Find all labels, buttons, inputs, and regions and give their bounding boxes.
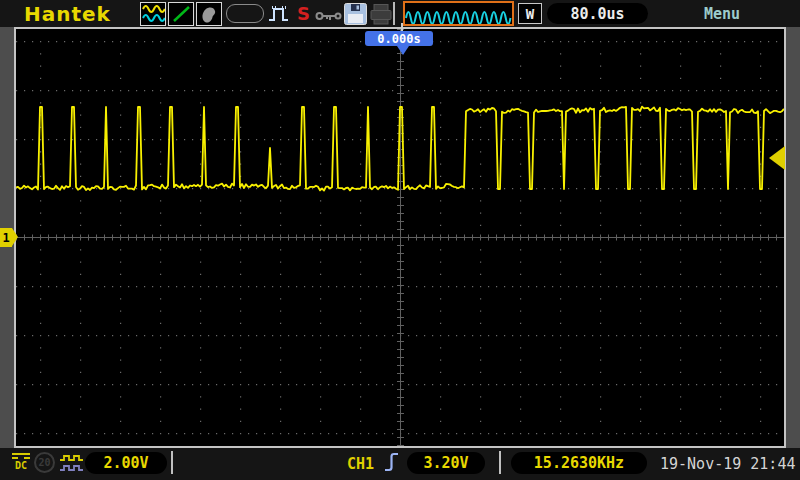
print-icon [369, 3, 393, 29]
save-floppy-icon [343, 2, 368, 30]
ch1-scale-readout: 2.00V [85, 452, 167, 474]
channels-icon [140, 2, 166, 26]
s-indicator: S [297, 3, 310, 24]
coupling-label: DC [15, 460, 27, 471]
trigger-waveform-icon [403, 1, 514, 26]
w-mode-icon: W [518, 3, 542, 24]
invert-icon [59, 454, 84, 476]
bottombar-divider-2 [499, 451, 501, 474]
menu-button[interactable]: Menu [704, 5, 740, 23]
timebase-readout: 80.0us [547, 3, 648, 24]
coupling-dc-icon: DC [11, 453, 31, 471]
right-margin [785, 27, 800, 448]
channel1-ground-marker-tip [12, 228, 18, 246]
oscilloscope-screen: { "brand": "Hantek", "topbar": { "s_labe… [0, 0, 800, 480]
bottombar-divider-1 [171, 451, 173, 474]
trigger-level-arrow[interactable] [769, 146, 785, 170]
graticule-center-lines [16, 29, 784, 446]
key-lock-icon [315, 8, 343, 27]
slope-icon [168, 2, 194, 26]
waveform-display [16, 29, 784, 446]
trigger-level-readout: 3.20V [407, 452, 485, 474]
topbar-divider [393, 2, 395, 25]
bandwidth-limit-icon: 20 [34, 452, 55, 473]
trigger-slope-icon [384, 449, 400, 479]
pulse-width-icon [267, 4, 295, 28]
channel1-ground-marker[interactable]: 1 [0, 228, 12, 247]
bandwidth-label: 20 [38, 457, 50, 468]
trigger-position-marker[interactable]: 0.000s [365, 31, 433, 46]
frequency-readout: 15.2630KHz [511, 452, 647, 474]
brand-logo: Hantek [24, 2, 111, 26]
hand-icon [196, 2, 222, 26]
trigger-position-pointer [397, 46, 409, 55]
trigger-source-label: CH1 [347, 455, 374, 473]
empty-slot [226, 4, 264, 23]
datetime-readout: 19-Nov-19 21:44 [660, 455, 795, 473]
